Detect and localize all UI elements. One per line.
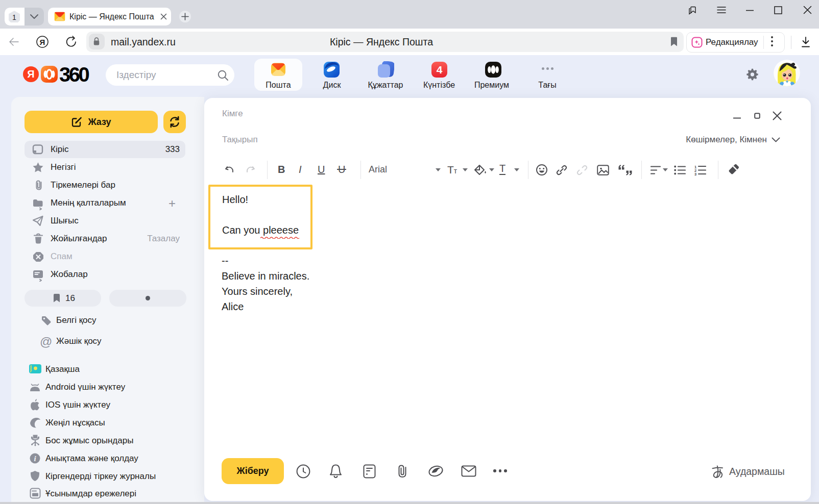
svg-text:4: 4 <box>437 64 443 75</box>
svg-text:3: 3 <box>694 172 696 175</box>
svg-text:Я: Я <box>40 38 45 46</box>
